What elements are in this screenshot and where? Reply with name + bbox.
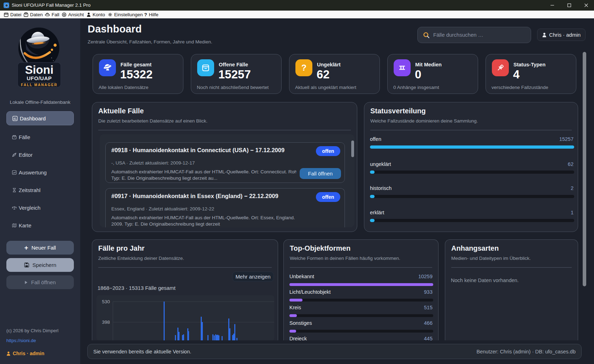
svg-text:Sioni: Sioni	[25, 63, 54, 76]
svg-text:UFO/UAP: UFO/UAP	[27, 75, 52, 81]
svg-text:FALL MANAGER: FALL MANAGER	[21, 83, 57, 87]
